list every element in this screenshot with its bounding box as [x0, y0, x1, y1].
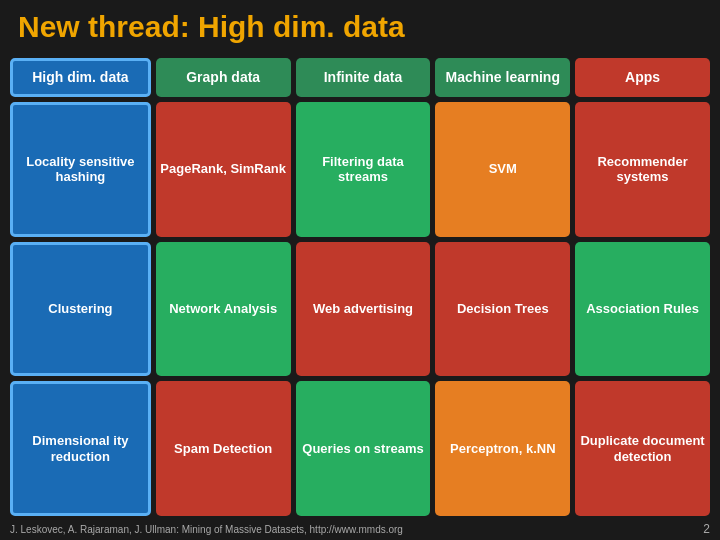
- cell-r1c2: PageRank, SimRank: [156, 102, 291, 237]
- header-col2: Graph data: [156, 58, 291, 97]
- footer-citation: J. Leskovec, A. Rajaraman, J. Ullman: Mi…: [10, 524, 403, 535]
- cell-r2c5: Association Rules: [575, 242, 710, 377]
- data-row-1: Locality sensitive hashing PageRank, Sim…: [10, 102, 710, 237]
- title-bar: New thread: High dim. data: [0, 0, 720, 52]
- header-row: High dim. data Graph data Infinite data …: [10, 58, 710, 97]
- cell-r2c3: Web advertising: [296, 242, 431, 377]
- cell-r2c4: Decision Trees: [435, 242, 570, 377]
- cell-r1c5: Recommender systems: [575, 102, 710, 237]
- cell-r3c5: Duplicate document detection: [575, 381, 710, 516]
- header-col4: Machine learning: [435, 58, 570, 97]
- header-col1: High dim. data: [10, 58, 151, 97]
- cell-r3c2: Spam Detection: [156, 381, 291, 516]
- cell-r3c4: Perceptron, k.NN: [435, 381, 570, 516]
- header-col5: Apps: [575, 58, 710, 97]
- footer-page: 2: [703, 522, 710, 536]
- cell-r1c4: SVM: [435, 102, 570, 237]
- page-title: New thread: High dim. data: [18, 10, 702, 44]
- header-col3: Infinite data: [296, 58, 431, 97]
- page: New thread: High dim. data High dim. dat…: [0, 0, 720, 540]
- footer: J. Leskovec, A. Rajaraman, J. Ullman: Mi…: [0, 520, 720, 540]
- cell-r1c3: Filtering data streams: [296, 102, 431, 237]
- grid-area: High dim. data Graph data Infinite data …: [0, 52, 720, 520]
- cell-r2c1: Clustering: [10, 242, 151, 377]
- data-row-3: Dimensional ity reduction Spam Detection…: [10, 381, 710, 516]
- cell-r1c1: Locality sensitive hashing: [10, 102, 151, 237]
- cell-r3c3: Queries on streams: [296, 381, 431, 516]
- data-rows: Locality sensitive hashing PageRank, Sim…: [10, 102, 710, 516]
- data-row-2: Clustering Network Analysis Web advertis…: [10, 242, 710, 377]
- cell-r3c1: Dimensional ity reduction: [10, 381, 151, 516]
- cell-r2c2: Network Analysis: [156, 242, 291, 377]
